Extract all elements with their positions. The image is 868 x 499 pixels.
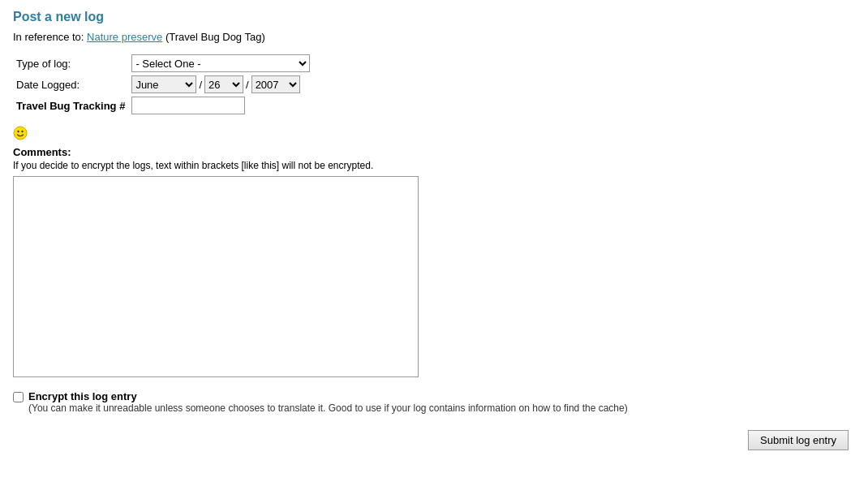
svg-point-0 (14, 127, 27, 140)
year-select[interactable]: 2005200620072008 (251, 75, 300, 93)
tracking-input[interactable] (131, 97, 245, 114)
encrypt-sub-text: (You can make it unreadable unless someo… (28, 402, 628, 414)
date-logged-label: Date Logged: (13, 74, 128, 95)
page-title: Post a new log (13, 10, 855, 24)
comments-textarea[interactable] (13, 176, 419, 377)
encrypt-row: Encrypt this log entry (You can make it … (13, 390, 855, 414)
type-of-log-cell: - Select One -Found itDidn't find itWrit… (128, 53, 313, 74)
type-of-log-label: Type of log: (13, 53, 128, 74)
smiley-row (13, 126, 855, 143)
encrypt-text-block: Encrypt this log entry (You can make it … (28, 390, 628, 414)
tracking-cell (128, 95, 313, 116)
tracking-label: Travel Bug Tracking # (13, 95, 128, 116)
month-select[interactable]: JanuaryFebruaryMarchAprilMayJuneJulyAugu… (131, 75, 196, 93)
form-table: Type of log: - Select One -Found itDidn'… (13, 53, 313, 116)
submit-button[interactable]: Submit log entry (748, 430, 849, 450)
day-select[interactable]: 1234567891011121314151617181920212223242… (204, 75, 243, 93)
type-of-log-row: Type of log: - Select One -Found itDidn'… (13, 53, 313, 74)
encrypt-hint: If you decide to encrypt the logs, text … (13, 160, 855, 171)
svg-point-2 (21, 131, 23, 132)
encrypt-main-label[interactable]: Encrypt this log entry (28, 390, 137, 402)
encrypt-checkbox[interactable] (13, 392, 24, 402)
date-sep-2: / (245, 79, 250, 91)
reference-line: In reference to: Nature preserve (Travel… (13, 31, 855, 43)
reference-suffix-text: (Travel Bug Dog Tag) (165, 31, 265, 43)
date-sep-1: / (198, 79, 203, 91)
reference-link[interactable]: Nature preserve (87, 31, 162, 43)
submit-row: Submit log entry (13, 430, 855, 450)
reference-prefix: In reference to: (13, 31, 84, 43)
tracking-row: Travel Bug Tracking # (13, 95, 313, 116)
type-of-log-select[interactable]: - Select One -Found itDidn't find itWrit… (131, 54, 310, 72)
smiley-icon (13, 126, 28, 140)
date-logged-cell: JanuaryFebruaryMarchAprilMayJuneJulyAugu… (128, 74, 313, 95)
date-logged-row: Date Logged: JanuaryFebruaryMarchAprilMa… (13, 74, 313, 95)
svg-point-1 (17, 131, 19, 132)
comments-label: Comments: (13, 146, 855, 158)
date-row: JanuaryFebruaryMarchAprilMayJuneJulyAugu… (131, 75, 310, 93)
